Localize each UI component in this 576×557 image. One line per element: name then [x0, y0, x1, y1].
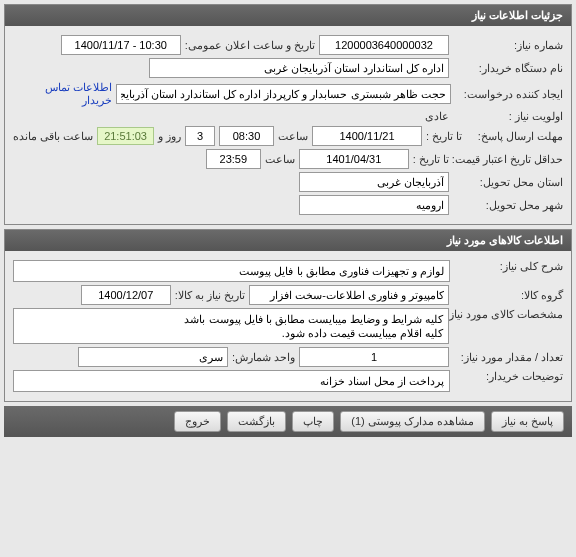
- need-number-label: شماره نیاز:: [453, 39, 563, 52]
- spec-textarea[interactable]: کلیه شرایط و وضایط میبایست مطابق با فایل…: [13, 308, 449, 344]
- spec-label: مشخصات کالای مورد نیاز:: [453, 308, 563, 321]
- time-label-2: ساعت: [265, 153, 295, 166]
- buyer-input[interactable]: [149, 58, 449, 78]
- remaining-label: ساعت باقی مانده: [13, 130, 93, 143]
- group-input[interactable]: [249, 285, 449, 305]
- unit-label: واحد شمارش:: [232, 351, 295, 364]
- need-number-input[interactable]: [319, 35, 449, 55]
- time-label-1: ساعت: [278, 130, 308, 143]
- deadline-label: مهلت ارسال پاسخ:: [466, 130, 563, 143]
- days-and-label: روز و: [158, 130, 181, 143]
- validity-date-input[interactable]: [299, 149, 409, 169]
- notes-label: توضیحات خریدار:: [454, 370, 563, 383]
- goods-body: شرح کلی نیاز: لوازم و تجهیزات فناوری مطا…: [5, 251, 571, 401]
- exit-button[interactable]: خروج: [174, 411, 221, 432]
- goods-header: اطلاعات کالاهای مورد نیاز: [5, 230, 571, 251]
- deadline-date-input[interactable]: [312, 126, 422, 146]
- back-button[interactable]: بازگشت: [227, 411, 286, 432]
- countdown-badge: 21:51:03: [97, 127, 154, 145]
- qty-label: تعداد / مقدار مورد نیاز:: [453, 351, 563, 364]
- need-details-header: جزئیات اطلاعات نیاز: [5, 5, 571, 26]
- need-details-panel: جزئیات اطلاعات نیاز شماره نیاز: تاریخ و …: [4, 4, 572, 225]
- province-input[interactable]: [299, 172, 449, 192]
- need-date-label: تاریخ نیاز به کالا:: [175, 289, 245, 302]
- desc-textarea[interactable]: لوازم و تجهیزات فناوری مطابق با فایل پیو…: [13, 260, 450, 282]
- validity-label: حداقل تاریخ اعتبار قیمت:: [453, 153, 563, 166]
- bottom-toolbar: پاسخ به نیاز مشاهده مدارک پیوستی (1) چاپ…: [4, 406, 572, 437]
- requester-label: ایجاد کننده درخواست:: [455, 88, 563, 101]
- priority-label: اولویت نیاز :: [453, 110, 563, 123]
- priority-value: عادی: [425, 110, 449, 123]
- deadline-time-input[interactable]: [219, 126, 274, 146]
- announce-input[interactable]: [61, 35, 181, 55]
- respond-button[interactable]: پاسخ به نیاز: [491, 411, 564, 432]
- to-date-label-2: تا تاریخ :: [413, 153, 449, 166]
- city-input[interactable]: [299, 195, 449, 215]
- requester-input[interactable]: [116, 84, 451, 104]
- city-label: شهر محل تحویل:: [453, 199, 563, 212]
- province-label: استان محل تحویل:: [453, 176, 563, 189]
- announce-label: تاریخ و ساعت اعلان عمومی:: [185, 39, 315, 52]
- unit-input[interactable]: [78, 347, 228, 367]
- goods-panel: اطلاعات کالاهای مورد نیاز شرح کلی نیاز: …: [4, 229, 572, 402]
- print-button[interactable]: چاپ: [292, 411, 334, 432]
- desc-label: شرح کلی نیاز:: [454, 260, 563, 273]
- attachments-button[interactable]: مشاهده مدارک پیوستی (1): [340, 411, 485, 432]
- notes-textarea[interactable]: پرداخت از محل اسناد خزانه: [13, 370, 450, 392]
- need-details-body: شماره نیاز: تاریخ و ساعت اعلان عمومی: نا…: [5, 26, 571, 224]
- to-date-label-1: تا تاریخ :: [426, 130, 462, 143]
- days-input[interactable]: [185, 126, 215, 146]
- validity-time-input[interactable]: [206, 149, 261, 169]
- contact-link[interactable]: اطلاعات تماس خریدار: [13, 81, 112, 107]
- qty-input[interactable]: [299, 347, 449, 367]
- group-label: گروه کالا:: [453, 289, 563, 302]
- buyer-label: نام دستگاه خریدار:: [453, 62, 563, 75]
- need-date-input[interactable]: [81, 285, 171, 305]
